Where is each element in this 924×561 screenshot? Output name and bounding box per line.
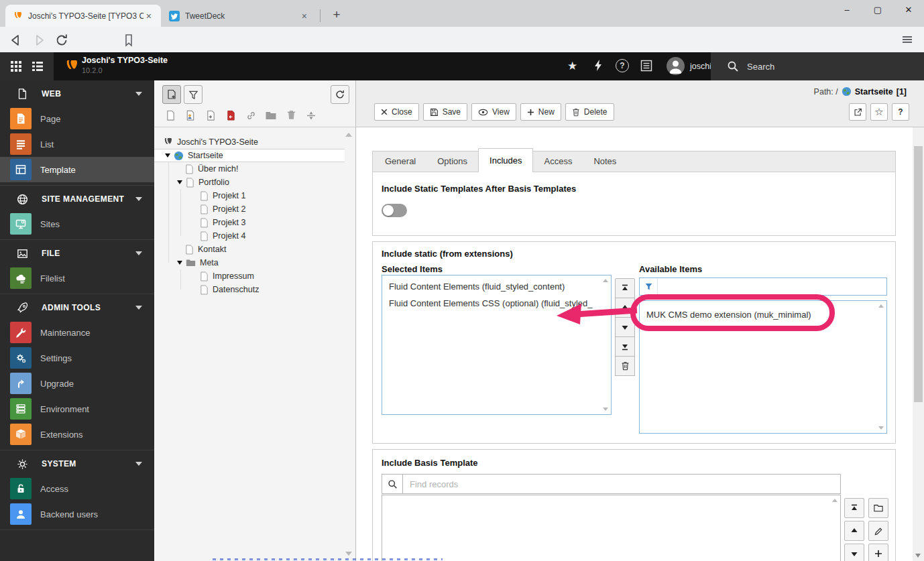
save-button[interactable]: Save [423, 103, 467, 121]
sidebar-section-site-management[interactable]: SITE MANAGEMENT [0, 187, 154, 211]
tab-access[interactable]: Access [533, 151, 583, 172]
drag-trash-icon[interactable] [284, 109, 298, 122]
drag-link-icon[interactable] [244, 109, 257, 122]
sidebar-item-access[interactable]: Access [0, 476, 154, 501]
tree-node-impressum[interactable]: Impressum [154, 269, 345, 283]
modules-grid-icon[interactable] [10, 60, 22, 72]
browser-tab-typo3[interactable]: Joschi's TYPO3-Seite [TYPO3 CMS × [5, 5, 161, 27]
view-button[interactable]: View [471, 103, 516, 121]
remove-item-button[interactable] [615, 356, 635, 376]
tab-options[interactable]: Options [426, 151, 478, 172]
selected-items-list[interactable]: Fluid Content Elements (fluid_styled_con… [382, 275, 612, 415]
breadcrumb-page-title[interactable]: Startseite [855, 87, 893, 97]
tree-node-startseite[interactable]: Startseite [154, 149, 345, 162]
scrollbar-thumb[interactable] [914, 146, 923, 402]
bookmark-icon[interactable] [121, 32, 137, 48]
drag-new-shortcut-icon[interactable] [204, 109, 217, 122]
forward-button[interactable] [31, 32, 47, 48]
find-records-input[interactable] [403, 474, 841, 494]
basis-move-up-button[interactable] [844, 521, 864, 541]
drag-divider-icon[interactable] [304, 109, 318, 122]
reload-button[interactable] [54, 32, 70, 48]
list-scroll-up-arrow[interactable] [878, 304, 884, 308]
window-minimize-button[interactable]: – [831, 0, 862, 21]
new-tab-button[interactable]: + [327, 5, 346, 24]
sidebar-item-template[interactable]: Template [0, 157, 154, 182]
help-icon[interactable]: ? [616, 59, 629, 72]
open-documents-icon[interactable] [640, 59, 656, 74]
delete-button[interactable]: Delete [565, 103, 614, 121]
list-scroll-down-arrow[interactable] [878, 426, 884, 430]
sidebar-item-backend-users[interactable]: Backend users [0, 501, 154, 527]
available-item-muk[interactable]: MUK CMS demo extension (muk_minimal) [640, 301, 886, 323]
refresh-tree-button[interactable] [331, 85, 349, 104]
typo3-logo[interactable] [63, 58, 79, 75]
basis-add-button[interactable] [868, 544, 888, 561]
open-in-new-window-button[interactable] [849, 103, 866, 121]
browser-tab-tweetdeck[interactable]: TweetDeck × [162, 5, 316, 27]
move-up-button[interactable] [615, 298, 635, 318]
drag-folder-icon[interactable] [264, 109, 278, 122]
topbar-search[interactable]: Search [711, 52, 924, 80]
move-to-top-button[interactable] [615, 278, 635, 298]
filter-tree-button[interactable] [184, 85, 203, 104]
scrollbar-down-arrow[interactable] [915, 554, 921, 558]
basis-template-list[interactable] [382, 495, 841, 561]
drag-new-page-beuser-icon[interactable] [184, 109, 197, 122]
sidebar-item-page[interactable]: Page [0, 106, 154, 131]
tree-node-projekt-3[interactable]: Projekt 3 [154, 216, 345, 229]
tab-general[interactable]: General [374, 151, 426, 172]
tree-node-root[interactable]: Joschi's TYPO3-Seite [154, 135, 345, 149]
content-scrollbar[interactable] [913, 127, 924, 561]
move-down-button[interactable] [615, 317, 635, 337]
selected-item[interactable]: Fluid Content Elements (fluid_styled_con… [382, 275, 611, 295]
tree-scroll-down-arrow[interactable] [345, 552, 352, 556]
pagetree-toggle-icon[interactable] [32, 60, 44, 72]
new-page-button[interactable] [162, 85, 181, 104]
available-items-filter[interactable] [639, 277, 887, 296]
tree-scroll-up-arrow[interactable] [345, 133, 352, 137]
available-filter-input[interactable] [658, 278, 886, 295]
close-button[interactable]: Close [374, 103, 419, 121]
sidebar-item-list[interactable]: List [0, 131, 154, 157]
list-scroll-down-arrow[interactable] [603, 408, 608, 411]
collapse-icon[interactable] [165, 153, 170, 158]
basis-edit-button[interactable] [868, 521, 888, 541]
tab-notes[interactable]: Notes [583, 151, 627, 172]
sidebar-section-file[interactable]: FILE [0, 241, 154, 265]
sidebar-section-web[interactable]: WEB [0, 82, 154, 106]
list-scroll-up-arrow[interactable] [603, 279, 608, 282]
basis-move-to-top-button[interactable] [844, 498, 864, 518]
tree-node-projekt-1[interactable]: Projekt 1 [154, 189, 345, 202]
sidebar-section-admin-tools[interactable]: ADMIN TOOLS [0, 296, 154, 320]
back-button[interactable] [8, 32, 24, 48]
sidebar-item-extensions[interactable]: Extensions [0, 422, 154, 447]
context-help-button[interactable]: ? [892, 103, 909, 121]
drag-new-link-page-icon[interactable] [224, 109, 237, 122]
basis-browse-records-button[interactable] [868, 498, 888, 518]
bookmark-page-button[interactable]: ☆ [870, 103, 888, 121]
tab-close-icon[interactable]: × [299, 11, 310, 21]
drag-new-page-icon[interactable] [164, 109, 177, 122]
tree-node-datenschutz[interactable]: Datenschutz [154, 283, 345, 296]
sidebar-item-maintenance[interactable]: Maintenance [0, 320, 154, 345]
selected-item[interactable]: Fluid Content Elements CSS (optional) (f… [382, 295, 611, 312]
sidebar-item-upgrade[interactable]: Upgrade [0, 371, 154, 396]
tree-node-projekt-2[interactable]: Projekt 2 [154, 202, 345, 216]
browser-menu-icon[interactable] [900, 32, 916, 48]
collapse-icon[interactable] [177, 180, 182, 184]
tab-close-icon[interactable]: × [143, 11, 154, 21]
clear-cache-bolt-icon[interactable] [593, 59, 609, 74]
find-records-search-button[interactable] [382, 474, 403, 494]
window-maximize-button[interactable]: ▢ [862, 0, 893, 21]
user-menu[interactable]: joschi [667, 57, 711, 75]
sidebar-item-settings[interactable]: Settings [0, 345, 154, 371]
available-items-list[interactable]: MUK CMS demo extension (muk_minimal) [639, 300, 887, 434]
tree-node-projekt-4[interactable]: Projekt 4 [154, 229, 345, 243]
move-to-bottom-button[interactable] [615, 336, 635, 357]
tab-includes[interactable]: Includes [478, 148, 533, 172]
sidebar-item-filelist[interactable]: Filelist [0, 265, 154, 291]
list-scroll-up-arrow[interactable] [832, 499, 838, 502]
bookmarks-star-icon[interactable]: ★ [567, 59, 583, 74]
tree-node-portfolio[interactable]: Portfolio [154, 176, 345, 189]
